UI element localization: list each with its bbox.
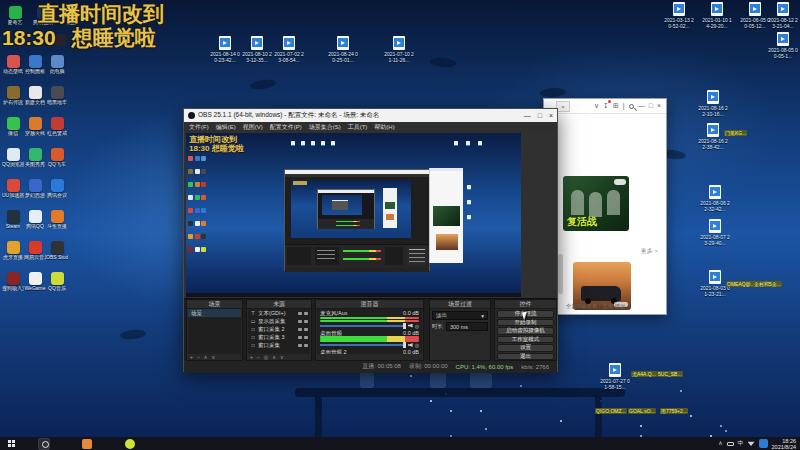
desktop-app-icon[interactable]: 腾讯QQ xyxy=(24,210,46,229)
video-file-icon[interactable]: 2021-07-02 23-08-54... xyxy=(274,36,304,63)
control-button[interactable]: 设置 xyxy=(497,344,554,352)
video-file-icon[interactable]: 2021-08-12 23-21-04... xyxy=(768,2,798,29)
volume-slider[interactable] xyxy=(320,344,406,346)
close-button[interactable]: × xyxy=(549,112,553,119)
video-file-icon[interactable]: 2021-08-16 22-10-16... xyxy=(698,90,728,117)
move-down-button[interactable]: ∨ xyxy=(212,354,216,360)
desktop-app-icon[interactable]: 斗鱼直播 xyxy=(46,210,68,229)
scrollbar-thumb[interactable] xyxy=(558,254,563,294)
lock-icon[interactable] xyxy=(304,344,308,347)
menu-item[interactable]: 场景集合(S) xyxy=(309,123,341,132)
download-icon[interactable]: ↧ xyxy=(603,102,609,110)
control-button[interactable]: 启动虚拟摄像机 xyxy=(497,327,554,335)
video-file-icon[interactable]: 2021-08-10 23-12-35... xyxy=(242,36,272,63)
control-button[interactable]: 工作室模式 xyxy=(497,336,554,344)
taskbar-app-icon[interactable] xyxy=(125,439,135,449)
video-file-icon[interactable]: 2021-01-10 14-29-20... xyxy=(702,2,732,29)
taskbar-app-icon[interactable] xyxy=(82,439,92,449)
speaker-icon[interactable] xyxy=(408,343,413,347)
video-file-icon[interactable]: 2021-07-27 01-58-15... xyxy=(600,363,630,390)
mixer-gear-icon[interactable]: ◎ xyxy=(415,342,419,348)
eye-icon[interactable] xyxy=(298,344,302,347)
source-item[interactable]: ▭ 显示器采集 xyxy=(248,317,310,325)
add-scene-button[interactable]: + xyxy=(190,354,193,360)
file-label-highlight[interactable]: OMEAQ@... xyxy=(726,281,756,287)
file-label-highlight[interactable]: 用7759+2... xyxy=(660,408,688,414)
video-file-icon[interactable]: 2021-08-16 22-38-42... xyxy=(698,123,728,150)
video-file-icon[interactable]: 2021-08-06 22-32-42... xyxy=(700,185,730,212)
video-file-icon[interactable]: 2021-08-14 00-23-42... xyxy=(210,36,240,63)
duration-input[interactable]: 300 ms xyxy=(446,322,488,331)
close-button[interactable]: × xyxy=(657,102,661,110)
wifi-icon[interactable] xyxy=(748,441,755,446)
eye-icon[interactable] xyxy=(298,336,302,339)
file-label-highlight[interactable]: 门第KG... xyxy=(724,130,747,136)
desktop-app-icon[interactable]: 暗黑地牢 xyxy=(46,86,68,105)
show-poster-card[interactable]: 复活战 xyxy=(563,176,629,231)
desktop-app-icon[interactable]: 虎牙直播 xyxy=(2,241,24,260)
speaker-icon[interactable] xyxy=(408,324,413,328)
eye-icon[interactable] xyxy=(298,312,302,315)
control-button[interactable]: 退出 xyxy=(497,353,554,361)
browser-window[interactable]: × ∨ ↧ ⊞ | — □ × 复活战 更多 > xyxy=(543,98,667,315)
tray-expand-icon[interactable]: ∧ xyxy=(718,440,722,447)
desktop-app-icon[interactable]: UU加速器 xyxy=(2,179,24,198)
desktop-app-icon[interactable]: 新建文档 xyxy=(24,86,46,105)
source-item[interactable]: □ 窗口采集 xyxy=(248,341,310,349)
video-file-icon[interactable]: 2021-08-05 00-05-1... xyxy=(768,32,798,59)
desktop-app-icon[interactable]: 美图秀秀 xyxy=(24,148,46,167)
desktop-app-icon[interactable]: QQ浏览器 xyxy=(2,148,24,167)
menu-item[interactable]: 编辑(E) xyxy=(216,123,236,132)
lock-icon[interactable] xyxy=(304,320,308,323)
file-label-highlight[interactable]: 5UC_SB... xyxy=(657,371,683,377)
desktop-app-icon[interactable]: QQ飞车 xyxy=(46,148,68,167)
taskbar-obs-icon[interactable] xyxy=(39,439,49,449)
desktop-app-icon[interactable]: 梦幻西游 xyxy=(24,179,46,198)
eye-icon[interactable] xyxy=(298,320,302,323)
scene-item[interactable]: 场景 xyxy=(188,309,241,317)
eye-icon[interactable] xyxy=(298,328,302,331)
video-file-icon[interactable]: 2021-03-13 20-52-02... xyxy=(664,2,694,29)
move-up-button[interactable]: ∧ xyxy=(272,354,276,360)
desktop-app-icon[interactable]: QQ音乐 xyxy=(46,272,68,291)
battery-icon[interactable] xyxy=(727,442,734,446)
desktop-app-icon[interactable]: 控制面板 xyxy=(24,55,46,74)
taskbar-clock[interactable]: 18:26 2021/8/24 xyxy=(772,438,796,450)
input-method-indicator[interactable]: 中 xyxy=(738,440,744,447)
file-label-highlight[interactable]: GOAL.sO... xyxy=(628,408,656,414)
move-up-button[interactable]: ∧ xyxy=(204,354,208,360)
source-properties-gear-icon[interactable]: ◎ xyxy=(264,354,268,360)
desktop-app-icon[interactable]: 动态壁纸 xyxy=(2,55,24,74)
minimize-button[interactable]: — xyxy=(638,102,645,110)
menu-item[interactable]: 配置文件(P) xyxy=(270,123,302,132)
desktop-app-icon[interactable]: 微信 xyxy=(2,117,24,136)
menu-item[interactable]: 视图(V) xyxy=(243,123,263,132)
desktop-app-icon[interactable]: 腾讯会议 xyxy=(46,179,68,198)
lock-icon[interactable] xyxy=(304,312,308,315)
lock-icon[interactable] xyxy=(304,328,308,331)
search-icon[interactable] xyxy=(629,104,634,109)
obs-preview[interactable]: 直播时间改到 18:30 想睡觉啦 xyxy=(184,132,557,298)
minimize-button[interactable]: — xyxy=(524,112,531,119)
desktop-app-icon[interactable]: 搜狗输入法 xyxy=(2,272,24,291)
file-label-highlight[interactable]: 全村和5全... xyxy=(753,281,782,287)
scenes-list[interactable]: 场景 xyxy=(188,309,241,354)
desktop-app-icon[interactable]: Steam xyxy=(2,210,24,229)
desktop-app-icon[interactable]: OBS Studio xyxy=(46,241,68,260)
lock-icon[interactable] xyxy=(304,336,308,339)
volume-slider[interactable] xyxy=(320,325,406,327)
desktop-app-icon[interactable]: 此电脑 xyxy=(46,55,68,74)
more-link[interactable]: 更多 > xyxy=(641,247,658,256)
video-file-icon[interactable]: 2021-08-07 23-29-40... xyxy=(700,219,730,246)
video-file-icon[interactable]: 2021-08-24 00-25-01... xyxy=(328,36,358,63)
source-item[interactable]: □ 窗口采集 3 xyxy=(248,333,310,341)
tray-messenger-icon[interactable] xyxy=(759,439,768,448)
source-item[interactable]: □ 窗口采集 2 xyxy=(248,325,310,333)
obs-window[interactable]: OBS 25.1.1 (64-bit, windows) - 配置文件: 未命名… xyxy=(183,108,558,372)
apps-grid-icon[interactable]: ⊞ xyxy=(613,102,619,110)
file-label-highlight[interactable]: QIGO.OMZ... xyxy=(595,408,627,414)
menu-item[interactable]: 文件(F) xyxy=(189,123,209,132)
browser-tab-close[interactable]: × xyxy=(556,101,570,112)
move-down-button[interactable]: ∨ xyxy=(280,354,284,360)
menu-item[interactable]: 工具(T) xyxy=(348,123,368,132)
